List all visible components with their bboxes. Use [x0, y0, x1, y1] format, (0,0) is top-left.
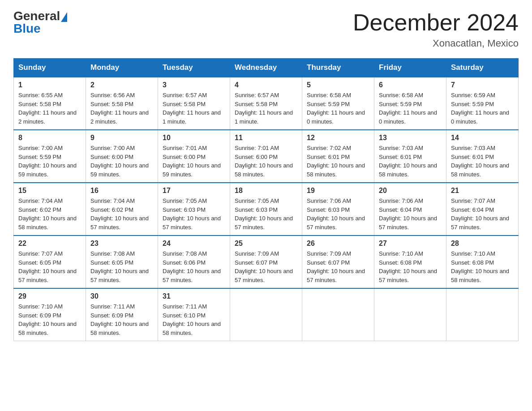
calendar-cell: 18 Sunrise: 7:05 AMSunset: 6:03 PMDaylig… [230, 183, 302, 235]
calendar-cell: 23 Sunrise: 7:08 AMSunset: 6:05 PMDaylig… [86, 235, 158, 288]
day-number: 16 [90, 187, 153, 195]
week-row-2: 8 Sunrise: 7:00 AMSunset: 5:59 PMDayligh… [14, 130, 519, 183]
calendar-cell: 7 Sunrise: 6:59 AMSunset: 5:59 PMDayligh… [446, 77, 519, 130]
calendar-cell: 4 Sunrise: 6:57 AMSunset: 5:58 PMDayligh… [230, 77, 302, 130]
day-number: 26 [307, 240, 369, 248]
month-title: December 2024 [353, 9, 519, 36]
calendar-cell: 6 Sunrise: 6:58 AMSunset: 5:59 PMDayligh… [374, 77, 446, 130]
day-number: 29 [18, 292, 81, 300]
day-number: 1 [18, 81, 81, 89]
header-day-saturday: Saturday [446, 59, 519, 77]
day-number: 5 [307, 81, 369, 89]
day-info: Sunrise: 7:07 AMSunset: 6:04 PMDaylight:… [451, 197, 509, 231]
calendar-cell: 5 Sunrise: 6:58 AMSunset: 5:59 PMDayligh… [302, 77, 374, 130]
day-info: Sunrise: 7:02 AMSunset: 6:01 PMDaylight:… [307, 145, 365, 178]
day-info: Sunrise: 6:56 AMSunset: 5:58 PMDaylight:… [90, 92, 149, 125]
header-day-wednesday: Wednesday [230, 59, 302, 77]
header-day-tuesday: Tuesday [158, 59, 230, 77]
week-row-5: 29 Sunrise: 7:10 AMSunset: 6:09 PMDaylig… [14, 288, 519, 341]
day-number: 13 [379, 134, 442, 142]
day-info: Sunrise: 6:58 AMSunset: 5:59 PMDaylight:… [379, 92, 437, 125]
day-number: 31 [163, 292, 225, 300]
day-number: 3 [163, 81, 225, 89]
calendar-cell: 21 Sunrise: 7:07 AMSunset: 6:04 PMDaylig… [446, 183, 519, 235]
day-number: 25 [235, 240, 297, 248]
week-row-3: 15 Sunrise: 7:04 AMSunset: 6:02 PMDaylig… [14, 183, 519, 235]
day-info: Sunrise: 7:03 AMSunset: 6:01 PMDaylight:… [451, 145, 509, 178]
header-day-friday: Friday [374, 59, 446, 77]
day-info: Sunrise: 7:05 AMSunset: 6:03 PMDaylight:… [235, 197, 293, 231]
calendar-cell: 25 Sunrise: 7:09 AMSunset: 6:07 PMDaylig… [230, 235, 302, 288]
day-number: 4 [235, 81, 297, 89]
day-number: 10 [163, 134, 225, 142]
day-info: Sunrise: 7:08 AMSunset: 6:06 PMDaylight:… [163, 250, 221, 283]
day-number: 12 [307, 134, 369, 142]
logo-triangle-icon [61, 12, 67, 22]
day-number: 14 [451, 134, 514, 142]
calendar-cell: 14 Sunrise: 7:03 AMSunset: 6:01 PMDaylig… [446, 130, 519, 183]
day-info: Sunrise: 7:10 AMSunset: 6:09 PMDaylight:… [18, 303, 77, 336]
calendar-cell: 31 Sunrise: 7:11 AMSunset: 6:10 PMDaylig… [158, 288, 230, 341]
day-number: 28 [451, 240, 514, 248]
day-number: 8 [18, 134, 81, 142]
calendar-cell: 20 Sunrise: 7:06 AMSunset: 6:04 PMDaylig… [374, 183, 446, 235]
header-day-sunday: Sunday [14, 59, 86, 77]
day-number: 21 [451, 187, 514, 195]
calendar-cell: 10 Sunrise: 7:01 AMSunset: 6:00 PMDaylig… [158, 130, 230, 183]
day-info: Sunrise: 7:10 AMSunset: 6:08 PMDaylight:… [451, 250, 509, 283]
calendar-cell: 9 Sunrise: 7:00 AMSunset: 6:00 PMDayligh… [86, 130, 158, 183]
calendar-cell: 12 Sunrise: 7:02 AMSunset: 6:01 PMDaylig… [302, 130, 374, 183]
day-number: 23 [90, 240, 153, 248]
calendar-body: 1 Sunrise: 6:55 AMSunset: 5:58 PMDayligh… [14, 77, 519, 341]
header-day-monday: Monday [86, 59, 158, 77]
calendar-cell: 29 Sunrise: 7:10 AMSunset: 6:09 PMDaylig… [14, 288, 86, 341]
calendar-cell: 11 Sunrise: 7:01 AMSunset: 6:00 PMDaylig… [230, 130, 302, 183]
day-number: 18 [235, 187, 297, 195]
day-info: Sunrise: 7:10 AMSunset: 6:08 PMDaylight:… [379, 250, 437, 283]
day-number: 20 [379, 187, 442, 195]
calendar-header: SundayMondayTuesdayWednesdayThursdayFrid… [14, 59, 519, 77]
day-number: 24 [163, 240, 225, 248]
logo: General Blue [13, 9, 67, 36]
day-info: Sunrise: 7:06 AMSunset: 6:03 PMDaylight:… [307, 197, 365, 231]
calendar-cell: 24 Sunrise: 7:08 AMSunset: 6:06 PMDaylig… [158, 235, 230, 288]
day-info: Sunrise: 7:09 AMSunset: 6:07 PMDaylight:… [235, 250, 293, 283]
calendar-cell [302, 288, 374, 341]
day-info: Sunrise: 7:03 AMSunset: 6:01 PMDaylight:… [379, 145, 437, 178]
calendar-table: SundayMondayTuesdayWednesdayThursdayFrid… [13, 58, 519, 341]
day-number: 2 [90, 81, 153, 89]
calendar-cell: 8 Sunrise: 7:00 AMSunset: 5:59 PMDayligh… [14, 130, 86, 183]
week-row-4: 22 Sunrise: 7:07 AMSunset: 6:05 PMDaylig… [14, 235, 519, 288]
day-number: 6 [379, 81, 442, 89]
day-number: 7 [451, 81, 514, 89]
day-info: Sunrise: 6:57 AMSunset: 5:58 PMDaylight:… [235, 92, 293, 125]
calendar-cell [446, 288, 519, 341]
calendar-cell: 19 Sunrise: 7:06 AMSunset: 6:03 PMDaylig… [302, 183, 374, 235]
calendar-cell: 13 Sunrise: 7:03 AMSunset: 6:01 PMDaylig… [374, 130, 446, 183]
header-row: SundayMondayTuesdayWednesdayThursdayFrid… [14, 59, 519, 77]
day-info: Sunrise: 7:05 AMSunset: 6:03 PMDaylight:… [163, 197, 221, 231]
day-info: Sunrise: 7:04 AMSunset: 6:02 PMDaylight:… [90, 197, 149, 231]
day-info: Sunrise: 6:55 AMSunset: 5:58 PMDaylight:… [18, 92, 77, 125]
day-info: Sunrise: 7:08 AMSunset: 6:05 PMDaylight:… [90, 250, 149, 283]
week-row-1: 1 Sunrise: 6:55 AMSunset: 5:58 PMDayligh… [14, 77, 519, 130]
day-info: Sunrise: 7:00 AMSunset: 6:00 PMDaylight:… [90, 145, 149, 178]
day-info: Sunrise: 7:11 AMSunset: 6:09 PMDaylight:… [90, 303, 149, 336]
day-info: Sunrise: 6:57 AMSunset: 5:58 PMDaylight:… [163, 92, 221, 125]
day-number: 11 [235, 134, 297, 142]
day-info: Sunrise: 7:04 AMSunset: 6:02 PMDaylight:… [18, 197, 77, 231]
day-info: Sunrise: 7:11 AMSunset: 6:10 PMDaylight:… [163, 303, 221, 336]
day-number: 22 [18, 240, 81, 248]
calendar-cell: 22 Sunrise: 7:07 AMSunset: 6:05 PMDaylig… [14, 235, 86, 288]
location-text: Xonacatlan, Mexico [353, 38, 519, 49]
day-info: Sunrise: 6:58 AMSunset: 5:59 PMDaylight:… [307, 92, 365, 125]
calendar-cell [374, 288, 446, 341]
calendar-cell: 16 Sunrise: 7:04 AMSunset: 6:02 PMDaylig… [86, 183, 158, 235]
day-info: Sunrise: 7:06 AMSunset: 6:04 PMDaylight:… [379, 197, 437, 231]
title-section: December 2024 Xonacatlan, Mexico [353, 9, 519, 49]
day-number: 30 [90, 292, 153, 300]
day-info: Sunrise: 6:59 AMSunset: 5:59 PMDaylight:… [451, 92, 509, 125]
day-number: 19 [307, 187, 369, 195]
day-number: 15 [18, 187, 81, 195]
calendar-cell: 27 Sunrise: 7:10 AMSunset: 6:08 PMDaylig… [374, 235, 446, 288]
